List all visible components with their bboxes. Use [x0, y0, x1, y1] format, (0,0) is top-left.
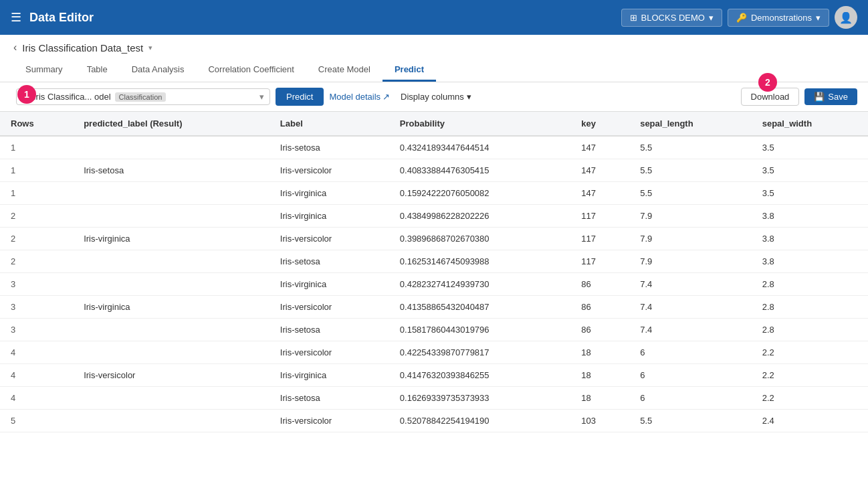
cell-probability: 0.15924222076050082 [389, 182, 570, 205]
subheader: ‹ Iris Classification Data_test ▾ Summar… [0, 35, 868, 82]
cell-sepal-width: 3.5 [752, 136, 868, 159]
cell-predicted-label [73, 182, 269, 205]
cell-probability: 0.16269339735373933 [389, 387, 570, 410]
blocks-demo-button[interactable]: ⊞ BLOCKS DEMO ▾ [621, 9, 722, 27]
cell-label: Iris-setosa [269, 250, 389, 273]
table-row: 2 Iris-virginica 0.43849986228202226 117… [0, 205, 868, 228]
demonstrations-button[interactable]: 🔑 Demonstrations ▾ [728, 9, 829, 27]
table-row: 1 Iris-setosa 0.43241893447644514 147 5.… [0, 136, 868, 159]
cell-probability: 0.42254339870779817 [389, 341, 570, 364]
cell-predicted-label: Iris-versicolor [73, 364, 269, 387]
cell-sepal-length: 6 [629, 387, 752, 410]
predict-button[interactable]: Predict [276, 88, 324, 106]
tab-create-model[interactable]: Create Model [306, 59, 383, 82]
cell-sepal-length: 7.4 [629, 296, 752, 319]
cell-predicted-label [73, 341, 269, 364]
cell-label: Iris-virginica [269, 273, 389, 296]
table-row: 4 Iris-setosa 0.16269339735373933 18 6 2… [0, 387, 868, 410]
tab-summary[interactable]: Summary [13, 59, 75, 82]
col-header-probability: Probability [389, 112, 570, 136]
save-button[interactable]: 💾 Save [804, 88, 857, 105]
col-header-sepal-length: sepal_length [629, 112, 752, 136]
cell-rows: 3 [0, 319, 73, 341]
cell-sepal-length: 7.9 [629, 250, 752, 273]
dataset-dropdown-icon[interactable]: ▾ [148, 44, 152, 52]
cell-sepal-length: 6 [629, 364, 752, 387]
model-selector-text: Iris Classifica... odel [33, 92, 111, 102]
model-type-badge: Classification [115, 92, 167, 102]
cell-key: 18 [570, 387, 629, 410]
menu-icon[interactable]: ☰ [11, 10, 21, 25]
cell-key: 147 [570, 136, 629, 159]
display-columns-button[interactable]: Display columns ▾ [395, 89, 477, 104]
model-details-link[interactable]: Model details ↗ [329, 92, 390, 102]
cell-sepal-width: 2.8 [752, 296, 868, 319]
cell-sepal-length: 7.4 [629, 273, 752, 296]
cell-rows: 2 [0, 228, 73, 250]
cell-sepal-width: 2.2 [752, 364, 868, 387]
cell-label: Iris-virginica [269, 182, 389, 205]
cell-rows: 3 [0, 273, 73, 296]
tab-data-analysis[interactable]: Data Analysis [120, 59, 197, 82]
cell-key: 86 [570, 319, 629, 341]
tab-predict[interactable]: Predict [383, 59, 436, 82]
cell-label: Iris-versicolor [269, 296, 389, 319]
table-row: 1 Iris-virginica 0.15924222076050082 147… [0, 182, 868, 205]
chevron-down-icon: ▾ [816, 13, 821, 23]
save-icon: 💾 [814, 92, 825, 102]
navbar-right: ⊞ BLOCKS DEMO ▾ 🔑 Demonstrations ▾ 👤 [621, 6, 857, 29]
cell-key: 147 [570, 182, 629, 205]
cell-probability: 0.43241893447644514 [389, 136, 570, 159]
cell-key: 86 [570, 273, 629, 296]
tab-correlation[interactable]: Correlation Coefficient [196, 59, 306, 82]
col-header-rows: Rows [0, 112, 73, 136]
model-selector[interactable]: ⊞ Iris Classifica... odel Classification… [16, 88, 270, 105]
cell-label: Iris-virginica [269, 205, 389, 228]
cell-probability: 0.41476320393846255 [389, 364, 570, 387]
table-row: 4 Iris-versicolor Iris-virginica 0.41476… [0, 364, 868, 387]
cell-sepal-width: 3.5 [752, 159, 868, 182]
cell-probability: 0.16253146745093988 [389, 250, 570, 273]
data-table-container: Rows predicted_label (Result) Label Prob… [0, 112, 868, 494]
cell-rows: 1 [0, 182, 73, 205]
table-header: Rows predicted_label (Result) Label Prob… [0, 112, 868, 136]
cell-label: Iris-versicolor [269, 159, 389, 182]
cell-rows: 4 [0, 341, 73, 364]
cell-rows: 1 [0, 136, 73, 159]
cell-predicted-label [73, 250, 269, 273]
cell-predicted-label [73, 387, 269, 410]
annotation-badge-2: 2 [758, 73, 777, 92]
cell-key: 103 [570, 410, 629, 432]
cell-probability: 0.52078842254194190 [389, 410, 570, 432]
cell-key: 18 [570, 364, 629, 387]
cell-probability: 0.43849986228202226 [389, 205, 570, 228]
cell-rows: 4 [0, 387, 73, 410]
back-button[interactable]: ‹ [13, 42, 17, 54]
key-icon: 🔑 [736, 13, 747, 23]
cell-rows: 4 [0, 364, 73, 387]
cell-sepal-length: 5.5 [629, 136, 752, 159]
cell-predicted-label [73, 319, 269, 341]
cell-sepal-length: 7.9 [629, 228, 752, 250]
cell-sepal-width: 2.8 [752, 273, 868, 296]
avatar[interactable]: 👤 [835, 6, 857, 29]
annotation-badge-1: 1 [17, 85, 36, 104]
cell-label: Iris-setosa [269, 387, 389, 410]
cell-sepal-width: 2.2 [752, 341, 868, 364]
table-row: 3 Iris-virginica Iris-versicolor 0.41358… [0, 296, 868, 319]
tab-table[interactable]: Table [75, 59, 120, 82]
cell-sepal-width: 2.2 [752, 387, 868, 410]
cell-probability: 0.40833884476305415 [389, 159, 570, 182]
model-caret-icon: ▾ [259, 92, 264, 102]
cell-label: Iris-virginica [269, 364, 389, 387]
cell-predicted-label [73, 410, 269, 432]
cell-predicted-label: Iris-virginica [73, 296, 269, 319]
cell-probability: 0.15817860443019796 [389, 319, 570, 341]
blocks-icon: ⊞ [630, 13, 637, 23]
cell-sepal-width: 3.8 [752, 250, 868, 273]
toolbar: 1 ⊞ Iris Classifica... odel Classificati… [0, 82, 868, 112]
col-header-predicted-label: predicted_label (Result) [73, 112, 269, 136]
cell-predicted-label [73, 136, 269, 159]
chevron-down-icon: ▾ [709, 13, 714, 23]
cell-sepal-width: 3.8 [752, 228, 868, 250]
